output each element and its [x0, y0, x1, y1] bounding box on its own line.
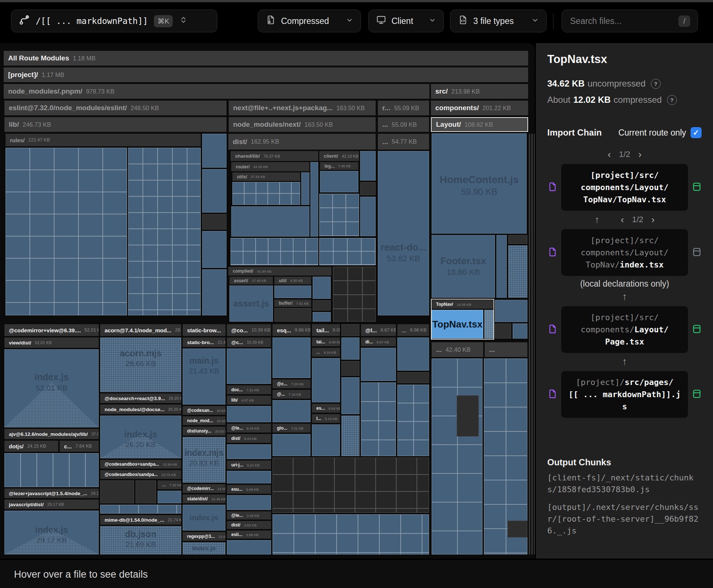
treemap-dir-header[interactable]: esli...3.58 KB	[227, 531, 271, 539]
treemap-dir-header[interactable]: Layout/108.62 KB	[431, 117, 528, 132]
treemap-grid-region[interactable]	[4, 453, 99, 487]
treemap-grid-region[interactable]	[319, 238, 376, 265]
treemap-file-cell[interactable]	[341, 377, 359, 414]
search-box[interactable]: /	[562, 10, 698, 32]
treemap-file-cell[interactable]: react-do...53.62 KB	[378, 151, 429, 315]
treemap-dir-header[interactable]: static-brow...21.43 KB	[183, 324, 225, 336]
treemap-file-cell[interactable]: acorn.mjs28.66 KB	[100, 337, 181, 392]
treemap-dir-header[interactable]: glo...7.01 KB	[273, 424, 310, 433]
treemap-dir-header[interactable]: ...54.77 KB	[378, 134, 429, 150]
treemap-dir-header[interactable]: leg...7.46 KB	[320, 162, 358, 170]
treemap-dark-cell[interactable]	[341, 361, 359, 376]
treemap-grid-region[interactable]	[6, 148, 127, 315]
treemap-dir-header[interactable]: node_modules/.pnpm/978.73 KB	[4, 84, 429, 99]
treemap-file-cell[interactable]	[513, 323, 527, 339]
treemap-grid-region[interactable]	[333, 267, 376, 322]
treemap-dir-header[interactable]: ...55.09 KB	[378, 117, 429, 132]
treemap-grid-region[interactable]	[273, 514, 429, 554]
treemap-file-cell[interactable]: index.js52.01 KB	[4, 349, 99, 427]
treemap-file-cell[interactable]	[320, 171, 358, 192]
treemap-dir-header[interactable]: lib/4.67 KB	[227, 396, 271, 405]
treemap-dir-header[interactable]: node_modules/@docse...26.20 KB	[100, 405, 181, 414]
treemap-grid-region[interactable]	[361, 382, 396, 456]
treemap-file-cell[interactable]	[158, 491, 181, 503]
import-chain-pager[interactable]: ↑‹1/2›	[547, 214, 702, 225]
treemap-dir-header[interactable]: node_mod...20.83 KB	[183, 416, 225, 425]
treemap[interactable]: All Route Modules1.18 MB[project]/1.17 M…	[0, 43, 535, 559]
treemap-file-cell[interactable]	[360, 151, 376, 181]
treemap-file-cell[interactable]: index.js	[183, 542, 225, 554]
treemap-dir-header[interactable]: @codemirr...14.48 KB	[183, 484, 225, 493]
treemap-dir-header[interactable]: dist/8.44 KB	[227, 434, 271, 443]
treemap-file-cell[interactable]	[397, 337, 429, 371]
treemap-file-cell[interactable]	[202, 134, 226, 168]
treemap-dark-cell[interactable]	[100, 480, 134, 503]
treemap-dark-cell[interactable]	[495, 323, 511, 339]
treemap-dir-header[interactable]: ...6.98 KB	[397, 324, 429, 336]
treemap-dir-header[interactable]: esq...9.86 KB	[273, 324, 310, 336]
treemap-dir-header[interactable]: ajv@6.12.6/node_modules/ajv/lib/37.08 KB	[4, 429, 99, 439]
treemap-dir-header[interactable]: dist/3.60 KB	[227, 521, 271, 529]
client-selector[interactable]: Client	[368, 10, 444, 32]
treemap-file-cell[interactable]	[227, 349, 271, 384]
treemap-dark-cell[interactable]	[508, 235, 527, 244]
treemap-file-cell[interactable]: index.js26.20 KB	[100, 416, 181, 458]
treemap-file-cell[interactable]	[202, 269, 226, 315]
treemap-file-cell[interactable]	[508, 245, 527, 298]
treemap-grid-region[interactable]	[232, 182, 300, 205]
treemap-file-cell[interactable]	[312, 424, 340, 456]
pager-next[interactable]: ›	[651, 214, 655, 225]
treemap-dir-header[interactable]: @codesan...20.83 KB	[183, 406, 225, 415]
treemap-file-cell[interactable]	[361, 348, 396, 381]
import-chain-pager[interactable]: ‹1/2›	[547, 148, 702, 160]
treemap-dir-header[interactable]: ...7.30 KB	[158, 480, 181, 489]
treemap-file-cell[interactable]	[273, 337, 310, 378]
treemap-dir-header[interactable]: uri-j...6.21 KB	[227, 461, 271, 469]
treemap-file-cell[interactable]	[310, 162, 318, 237]
treemap-dir-header[interactable]: doc...7.21 KB	[227, 385, 271, 394]
treemap-dir-header[interactable]: next@file+..+next.js+packag...163.50 KB	[229, 101, 376, 115]
treemap-dir-header[interactable]: di...8.67 KB	[361, 337, 396, 346]
treemap-dark-cell[interactable]	[274, 308, 311, 322]
treemap-dir-header[interactable]: @...7.15 KB	[273, 390, 310, 399]
treemap-edge-strip[interactable]	[529, 134, 535, 554]
treemap-file-cell[interactable]: HomeContent.js59.90 KB	[432, 133, 527, 234]
treemap-file-cell[interactable]	[301, 172, 309, 205]
treemap-dark-cell[interactable]	[202, 214, 226, 230]
treemap-dir-header[interactable]: util/9.30 KB	[274, 277, 311, 284]
compressed-selector[interactable]: Compressed	[258, 10, 361, 32]
treemap-dir-header[interactable]: lib/246.73 KB	[4, 117, 226, 132]
pager-prev[interactable]: ‹	[621, 214, 624, 225]
treemap-dir-header[interactable]: @c...7.20 KB	[273, 379, 310, 388]
treemap-dir-header[interactable]: @co...10.39 KB	[227, 324, 271, 336]
treemap-dir-header[interactable]: static-bro...21.43 KB	[183, 337, 225, 347]
treemap-dir-header[interactable]: src/213.98 KB	[431, 84, 528, 99]
treemap-dir-header[interactable]: @le...3.45 KB	[227, 511, 271, 519]
treemap-dir-header[interactable]: All Route Modules1.18 MB	[4, 51, 528, 66]
file-types-selector[interactable]: 3 file types	[450, 10, 547, 32]
treemap-dir-header[interactable]: @docsearch+react@3.9...26.20 KB	[100, 393, 181, 403]
treemap-dir-header[interactable]: @c...10.39 KB	[227, 337, 271, 347]
treemap-dark-cell[interactable]	[397, 372, 429, 383]
treemap-dir-header[interactable]: components/201.22 KB	[431, 101, 528, 115]
treemap-dark-cell[interactable]	[136, 480, 156, 503]
treemap-file-cell[interactable]	[274, 286, 311, 298]
treemap-file-cell[interactable]: index.js	[183, 505, 225, 531]
treemap-dir-header[interactable]: c...7.64 KB	[60, 441, 99, 452]
help-icon[interactable]: ?	[651, 79, 661, 89]
treemap-dir-header[interactable]: regexpp@3...13.62 KB	[183, 532, 225, 541]
treemap-dir-header[interactable]: compiled/41.94 KB	[228, 267, 331, 276]
treemap-file-cell[interactable]	[313, 277, 331, 299]
import-chain-path[interactable]: [project]/src/pages/[[ ... markdownPath]…	[561, 371, 688, 418]
import-chain-path[interactable]: [project]/src/components/Layout/Page.tsx	[561, 306, 688, 353]
treemap-dir-header[interactable]: eslint@7.32.0/node_modules/eslint/248.50…	[4, 101, 226, 115]
treemap-dir-header[interactable]: ...8.18 KB	[312, 348, 340, 357]
treemap-file-cell[interactable]	[227, 471, 271, 483]
treemap-dir-header[interactable]: assert/17.45 KB	[229, 277, 273, 284]
treemap-file-cell[interactable]	[227, 495, 271, 510]
treemap-dir-header[interactable]: tai...9.08 KB	[312, 337, 340, 346]
pager-next[interactable]: ›	[638, 149, 642, 160]
treemap-file-cell[interactable]	[273, 400, 310, 422]
treemap-file-cell[interactable]: Footer.tsx18.86 KB	[432, 235, 495, 298]
treemap-dark-cell[interactable]	[507, 521, 527, 538]
